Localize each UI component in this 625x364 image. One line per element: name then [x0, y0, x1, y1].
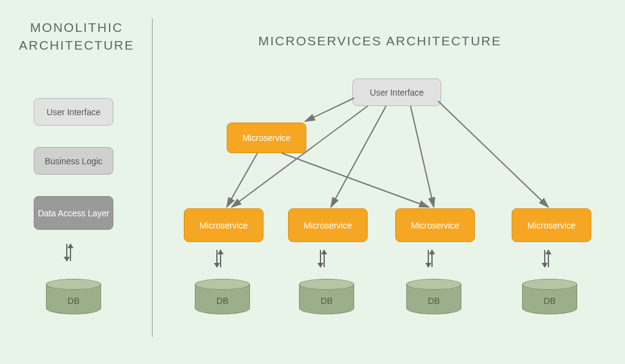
- svg-line-1: [232, 106, 368, 207]
- ms-db-label-1: DB: [195, 296, 250, 306]
- svg-line-3: [411, 106, 434, 207]
- monolithic-title: MONOLITHIC ARCHITECTURE: [12, 18, 141, 55]
- ms-box-4: Microservice: [512, 208, 591, 242]
- ms-db-2: DB: [299, 279, 354, 316]
- svg-line-0: [305, 98, 354, 121]
- ms-db-arrows-1: [216, 250, 221, 267]
- svg-line-4: [438, 101, 548, 207]
- svg-line-5: [227, 153, 257, 207]
- ms-db-arrows-2: [320, 250, 325, 267]
- ms-db-1: DB: [195, 279, 250, 316]
- mono-db-arrows: [66, 244, 71, 261]
- ms-ui-box: User Interface: [352, 78, 441, 106]
- ms-db-label-4: DB: [522, 296, 577, 306]
- mono-db: DB: [46, 279, 101, 316]
- ms-db-label-2: DB: [299, 296, 354, 306]
- section-divider: [152, 18, 153, 337]
- mono-db-label: DB: [46, 296, 101, 306]
- svg-line-2: [331, 106, 386, 207]
- ms-db-4: DB: [522, 279, 577, 316]
- mono-ui-box: User Interface: [34, 98, 113, 126]
- mono-data-box: Data Access Layer: [34, 196, 113, 230]
- svg-line-6: [282, 153, 429, 207]
- ms-top-box: Microservice: [227, 123, 306, 153]
- ms-box-2: Microservice: [288, 208, 368, 242]
- ms-db-arrows-4: [544, 250, 549, 267]
- ms-db-label-3: DB: [406, 296, 461, 306]
- ms-db-arrows-3: [428, 250, 433, 267]
- mono-logic-box: Business Logic: [34, 147, 113, 175]
- microservices-title: MICROSERVICES ARCHITECTURE: [257, 34, 502, 48]
- ms-box-3: Microservice: [395, 208, 475, 242]
- ms-box-1: Microservice: [184, 208, 263, 242]
- ms-db-3: DB: [406, 279, 461, 316]
